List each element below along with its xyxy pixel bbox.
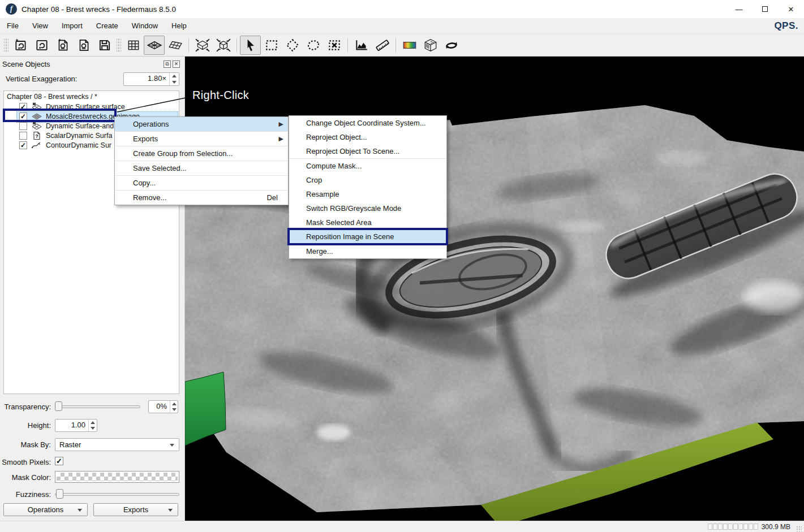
menu-item-remove[interactable]: Remove...Del: [115, 191, 288, 205]
object-context-menu: Operations▶ Exports▶ Create Group from S…: [114, 116, 289, 205]
resize-grip-icon[interactable]: [796, 526, 802, 531]
tree-item-label[interactable]: ContourDynamic Sur: [46, 141, 111, 149]
minimize-button[interactable]: —: [726, 0, 752, 18]
submenu-item-merge[interactable]: Merge...: [289, 244, 446, 258]
shortcut-label: Del: [266, 191, 278, 205]
surface-icon: [31, 122, 42, 131]
panel-title: Scene Objects: [2, 60, 50, 68]
profile-icon[interactable]: [351, 36, 372, 55]
svg-text:?: ?: [35, 133, 38, 139]
tree-root-label[interactable]: Chapter 08 - Brest wrecks / *: [7, 93, 97, 101]
exports-dropdown-button[interactable]: Exports: [93, 503, 178, 516]
submenu-item-reproject-to-scene[interactable]: Reproject Object To Scene...: [289, 144, 446, 158]
select-cursor-icon[interactable]: [240, 36, 261, 55]
fledermaus-window: { "title_bar": { "title": "Chapter 08 - …: [0, 0, 804, 532]
mask-by-label: Mask By:: [0, 440, 51, 449]
surface-flat-icon[interactable]: [144, 36, 165, 55]
submenu-item-change-crs[interactable]: Change Object Coordinate System...: [289, 116, 446, 130]
transparency-spinbox[interactable]: 0%: [148, 400, 178, 413]
open-project-icon[interactable]: [73, 36, 94, 55]
float-panel-icon[interactable]: ⧉: [164, 60, 171, 68]
tree-checkbox[interactable]: ✓: [19, 141, 27, 149]
spin-down-icon[interactable]: [170, 79, 179, 85]
select-rotated-rect-icon[interactable]: [282, 36, 303, 55]
clear-selection-icon[interactable]: [324, 36, 345, 55]
surface-tilted-icon[interactable]: [165, 36, 186, 55]
tree-checkbox[interactable]: [19, 122, 27, 130]
submenu-item-crop[interactable]: Crop: [289, 173, 446, 187]
contour-icon: [31, 141, 42, 150]
mask-by-combobox[interactable]: Raster: [55, 438, 179, 451]
close-button[interactable]: ✕: [778, 0, 804, 18]
submenu-item-reproject-object[interactable]: Reproject Object...: [289, 130, 446, 144]
title-bar: f Chapter 08 - Brest wrecks - Fledermaus…: [0, 0, 804, 18]
grid-2d-icon[interactable]: [123, 36, 144, 55]
chevron-down-icon: [168, 509, 173, 512]
menu-window[interactable]: Window: [125, 18, 165, 33]
tree-item-label[interactable]: ScalarDynamic Surfa: [46, 132, 112, 140]
menu-item-copy[interactable]: Copy...: [115, 176, 288, 190]
right-click-annotation: Right-Click: [192, 89, 249, 102]
tree-checkbox[interactable]: [19, 132, 27, 140]
grid-3d-icon[interactable]: [420, 36, 441, 55]
tree-item-label[interactable]: Dynamic Surface-and: [46, 122, 114, 130]
colormap-icon[interactable]: [399, 36, 420, 55]
maximize-button[interactable]: [752, 0, 778, 18]
height-spinbox[interactable]: 1.00: [55, 419, 97, 432]
toolbar-grip[interactable]: [117, 38, 121, 53]
menu-help[interactable]: Help: [165, 18, 194, 33]
menu-item-save-selected[interactable]: Save Selected...: [115, 161, 288, 175]
close-panel-icon[interactable]: ✕: [173, 60, 180, 68]
menu-file[interactable]: File: [0, 18, 25, 33]
open-scene-icon[interactable]: [31, 36, 52, 55]
menu-item-create-group[interactable]: Create Group from Selection...: [115, 146, 288, 161]
mask-color-swatch[interactable]: [55, 471, 179, 483]
menu-create[interactable]: Create: [89, 18, 125, 33]
spin-up-icon[interactable]: [170, 73, 179, 79]
smooth-pixels-label: Smooth Pixels:: [0, 458, 51, 466]
fuzziness-slider[interactable]: [55, 489, 179, 499]
submenu-item-reposition-image[interactable]: Reposition Image in Scene: [289, 230, 446, 244]
operations-dropdown-button[interactable]: Operations: [3, 503, 88, 516]
operations-submenu: Change Object Coordinate System... Repro…: [289, 115, 447, 259]
chevron-down-icon: [78, 509, 82, 512]
select-ellipse-icon[interactable]: [303, 36, 324, 55]
save-icon[interactable]: [94, 36, 115, 55]
fuzziness-label: Fuzziness:: [0, 490, 51, 499]
transparency-slider[interactable]: [55, 401, 140, 412]
memory-usage-meter: [708, 524, 758, 530]
submenu-item-resample[interactable]: Resample: [289, 187, 446, 201]
new-project-icon[interactable]: [52, 36, 73, 55]
toolbar-grip[interactable]: [4, 38, 8, 53]
mask-by-value: Raster: [59, 440, 81, 449]
menu-view[interactable]: View: [25, 18, 55, 33]
annotation-highlight-box-tree-item: [3, 109, 117, 122]
status-bar: 300.9 MB: [0, 521, 804, 532]
menu-item-operations[interactable]: Operations▶: [115, 117, 288, 131]
submenu-item-compute-mask[interactable]: Compute Mask...: [289, 159, 446, 173]
submenu-arrow-icon: ▶: [279, 117, 283, 131]
vertical-exaggeration-label: Vertical Exaggeration:: [6, 75, 77, 83]
new-scene-icon[interactable]: [10, 36, 31, 55]
main-toolbar: [0, 34, 804, 57]
chevron-down-icon: [170, 444, 174, 447]
height-label: Height:: [0, 421, 51, 430]
transparency-label: Transparency:: [0, 403, 51, 411]
zoom-bounds-icon[interactable]: [213, 36, 234, 55]
vertical-exaggeration-value: 1.80×: [124, 73, 169, 85]
smooth-pixels-checkbox[interactable]: ✓: [55, 457, 63, 465]
submenu-arrow-icon: ▶: [279, 132, 283, 146]
submenu-item-mask-selected-area[interactable]: Mask Selected Area: [289, 215, 446, 230]
menu-item-exports[interactable]: Exports▶: [115, 132, 288, 146]
menu-bar: File View Import Create Window Help QPS.: [0, 18, 804, 34]
select-rectangle-icon[interactable]: [261, 36, 282, 55]
menu-import[interactable]: Import: [55, 18, 89, 33]
mask-color-label: Mask Color:: [0, 473, 51, 482]
submenu-item-switch-rgb-greyscale[interactable]: Switch RGB/Greyscale Mode: [289, 201, 446, 215]
zoom-extents-icon[interactable]: [192, 36, 213, 55]
rotate-view-icon[interactable]: [441, 36, 462, 55]
measure-icon[interactable]: [372, 36, 393, 55]
vertical-exaggeration-spinbox[interactable]: 1.80×: [123, 72, 179, 86]
fledermaus-logo-icon: f: [6, 3, 17, 15]
transparency-value: 0%: [149, 401, 170, 413]
